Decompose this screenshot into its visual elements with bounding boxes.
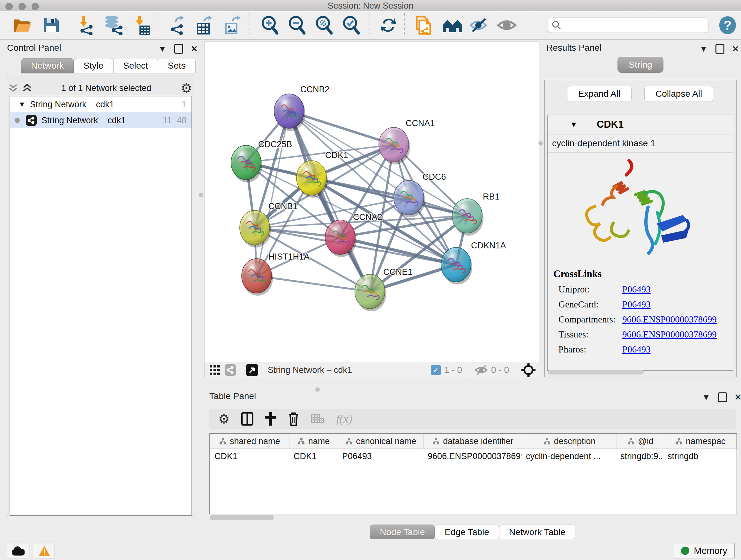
node-label-CDKN1A: CDKN1A (471, 241, 506, 250)
tab-node-table[interactable]: Node Table (370, 524, 434, 540)
zoom-out-icon[interactable] (286, 15, 307, 36)
zoom-fit-icon[interactable] (314, 15, 334, 36)
table-cell[interactable]: stringdb (663, 449, 735, 463)
eye-icon[interactable] (496, 15, 517, 36)
import-table-file-icon[interactable] (132, 15, 152, 36)
save-session-icon[interactable] (41, 15, 61, 36)
table-panel-float-icon[interactable] (718, 392, 727, 402)
collapse-all-button[interactable]: Collapse All (644, 86, 713, 102)
graphics-details-eye-icon[interactable] (469, 15, 489, 36)
network-graph[interactable]: CCNB2CCNA1CDC25BCDK1CDC6RB1CCNB1CCNA2CDK… (205, 42, 538, 361)
refresh-view-icon[interactable] (378, 15, 399, 36)
column-header-1[interactable]: name (289, 434, 338, 449)
welcome-screen-icon[interactable] (442, 15, 463, 36)
hidden-counts: 0 - 0 (491, 365, 509, 375)
title-bar: Session: New Session (0, 0, 741, 11)
search-icon (552, 20, 561, 30)
import-network-file-icon[interactable] (76, 15, 96, 36)
results-scrollbar[interactable] (548, 370, 644, 374)
network-collection-row[interactable]: ▼ String Network – cdk1 1 (10, 97, 192, 112)
search-box[interactable] (548, 17, 709, 33)
network-tree: ▼ String Network – cdk1 1 String Network… (10, 96, 192, 516)
open-session-icon[interactable] (12, 15, 32, 36)
column-header-2[interactable]: canonical name (338, 434, 424, 449)
entry-name: CDK1 (597, 119, 623, 130)
delete-column-icon[interactable] (288, 412, 299, 426)
crosslink-link[interactable]: 9606.ENSP00000378699 (622, 314, 717, 325)
table-cell[interactable]: CDK1 (289, 449, 338, 463)
entry-collapse-icon[interactable]: ▼ (570, 120, 578, 129)
expand-all-icon[interactable] (22, 83, 32, 94)
add-column-icon[interactable] (265, 412, 276, 426)
collection-label: String Network – cdk1 (30, 100, 182, 110)
results-panel-float-icon[interactable] (716, 44, 724, 54)
tab-network[interactable]: Network (21, 58, 74, 73)
right-splitter-handle[interactable] (538, 141, 543, 145)
control-panel-close-icon[interactable]: ✕ (191, 45, 198, 53)
table-panel-close-icon[interactable]: ✕ (735, 393, 741, 401)
table-cell[interactable]: 9606.ENSP00000378699 (423, 449, 522, 463)
table-row[interactable]: CDK1CDK1P064939606.ENSP00000378699cyclin… (210, 449, 737, 463)
protein-structure-image (548, 152, 733, 266)
crosslink-link[interactable]: P06493 (622, 284, 651, 295)
crosslink-row: GeneCard:P06493 (558, 299, 727, 310)
zoom-in-icon[interactable] (259, 15, 280, 36)
crosslink-link[interactable]: P06493 (622, 344, 651, 355)
tab-string[interactable]: String (617, 57, 663, 73)
results-panel-menu-icon[interactable]: ▼ (699, 45, 708, 53)
warning-status-button[interactable] (34, 544, 55, 558)
selected-checkbox-icon[interactable]: ✓ (431, 365, 441, 375)
tab-select[interactable]: Select (113, 58, 158, 73)
search-input[interactable] (564, 20, 704, 30)
network-share-icon (25, 115, 37, 126)
table-horizontal-scrollbar[interactable] (210, 515, 274, 520)
table-cell[interactable]: cyclin-dependent ... (522, 449, 616, 463)
duplicate-network-icon[interactable] (414, 15, 434, 36)
crosslink-link[interactable]: 9606.ENSP00000378699 (622, 329, 717, 340)
collapse-all-icon[interactable] (8, 83, 18, 94)
left-splitter-handle[interactable] (199, 193, 203, 197)
export-network-icon[interactable] (167, 15, 187, 36)
column-header-6[interactable]: namespac (664, 434, 737, 449)
grid-view-icon[interactable] (209, 364, 220, 376)
crosslink-link[interactable]: P06493 (622, 299, 651, 310)
node-label-CCNA2: CCNA2 (353, 212, 382, 222)
network-view-share-icon[interactable] (224, 364, 237, 376)
node-label-CCNA1: CCNA1 (406, 118, 435, 128)
tab-style[interactable]: Style (74, 58, 113, 73)
cloud-status-button[interactable] (7, 544, 28, 558)
table-options-gear-icon[interactable]: ⚙ (218, 413, 230, 425)
control-panel-float-icon[interactable] (174, 44, 183, 54)
column-header-5[interactable]: @id (617, 434, 664, 449)
node-label-CCNB2: CCNB2 (300, 84, 330, 94)
expand-all-button[interactable]: Expand All (567, 86, 631, 102)
tab-edge-table[interactable]: Edge Table (434, 524, 499, 540)
import-network-database-icon[interactable] (103, 15, 124, 36)
column-header-0[interactable]: shared name (210, 434, 289, 449)
show-columns-icon[interactable] (241, 412, 253, 426)
table-cell[interactable]: P06493 (338, 449, 423, 463)
export-table-icon[interactable] (194, 15, 214, 36)
column-header-4[interactable]: description (522, 434, 616, 449)
table-panel-menu-icon[interactable]: ▼ (702, 393, 711, 401)
table-cell[interactable]: CDK1 (210, 449, 289, 463)
tab-network-table[interactable]: Network Table (499, 524, 576, 540)
zoom-selected-icon[interactable] (341, 15, 361, 36)
horizontal-splitter-handle[interactable] (315, 387, 320, 392)
column-header-3[interactable]: database identifier (424, 434, 522, 449)
cloud-icon (10, 546, 24, 556)
table-cell[interactable]: stringdb:9... (616, 449, 663, 463)
tab-sets[interactable]: Sets (158, 58, 196, 73)
help-button[interactable]: ? (719, 16, 736, 34)
tree-expander-icon[interactable]: ▼ (18, 100, 25, 109)
function-builder-icon: f(x) (336, 412, 352, 426)
results-panel-close-icon[interactable]: ✕ (732, 45, 739, 53)
control-panel-menu-icon[interactable]: ▼ (158, 45, 166, 53)
pan-crosshair-icon[interactable] (522, 363, 536, 377)
network-row[interactable]: String Network – cdk1 11 48 (10, 112, 192, 128)
network-canvas[interactable]: CCNB2CCNA1CDC25BCDK1CDC6RB1CCNB1CCNA2CDK… (204, 42, 539, 362)
network-options-gear-icon[interactable]: ⚙ (181, 82, 192, 95)
export-image-icon[interactable] (222, 15, 242, 36)
birds-eye-view-icon[interactable] (246, 364, 259, 376)
memory-button[interactable]: Memory (674, 543, 735, 558)
